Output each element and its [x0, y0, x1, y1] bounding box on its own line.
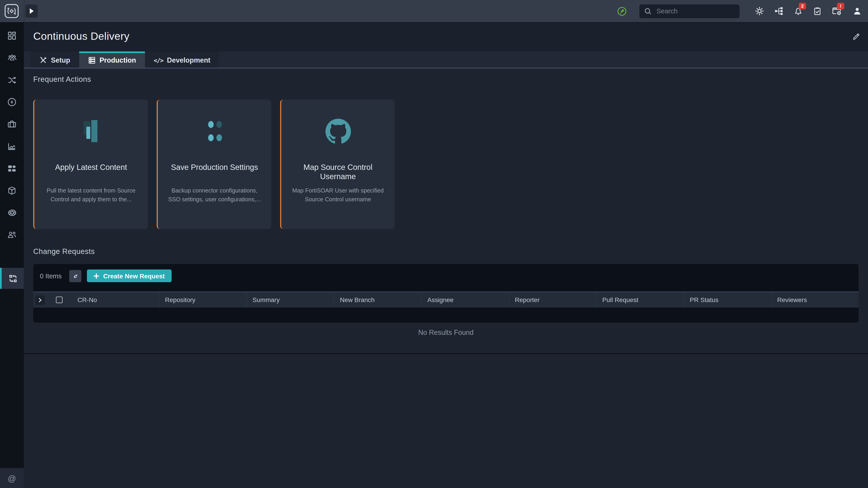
widgets-icon — [7, 164, 17, 173]
column-header: New Branch — [340, 297, 375, 303]
chart-icon — [7, 141, 17, 151]
select-all-checkbox[interactable] — [56, 297, 62, 303]
topbar-right-cluster: 2 — [617, 0, 862, 22]
expand-rows-button[interactable] — [35, 295, 45, 305]
health-plug-icon[interactable] — [617, 6, 627, 16]
search-icon — [645, 7, 652, 15]
sidebar-item-solution-packs[interactable] — [0, 179, 24, 201]
sidebar-item-people[interactable] — [0, 223, 24, 246]
page-title: Continuous Delivery — [33, 31, 129, 43]
card-description: Pull the latest content from Source Cont… — [41, 186, 141, 204]
column-header: Repository — [165, 297, 195, 303]
user-icon — [853, 6, 862, 15]
notifications-badge: 2 — [799, 3, 806, 9]
column-header-cell[interactable]: Pull Request — [596, 292, 684, 308]
change-requests-panel: 0 Items Create New Reque — [33, 264, 859, 323]
card-title: Map Source Control Username — [288, 163, 388, 185]
expand-sidebar-icon — [29, 8, 34, 14]
tab-label: Development — [167, 57, 211, 64]
column-header[interactable]: CR-No — [78, 297, 97, 303]
card-save-production-settings[interactable]: Save Production Settings Backup connecto… — [157, 100, 271, 229]
search-box[interactable] — [640, 4, 740, 18]
gear-icon — [755, 6, 764, 15]
empty-results-message: No Results Found — [33, 329, 859, 336]
expand-sidebar-button[interactable] — [26, 4, 38, 18]
settings-button[interactable] — [755, 6, 764, 15]
column-header-cell[interactable]: PR Status — [684, 292, 771, 308]
system-settings-button[interactable]: ! — [832, 6, 843, 15]
table-header-first-cell: CR-No — [33, 292, 159, 308]
column-header-cell[interactable]: Reviewers — [771, 292, 859, 308]
sidebar-item-continuous-delivery[interactable] — [0, 268, 24, 289]
tab-group: Setup — [31, 52, 219, 68]
notifications-button[interactable]: 2 — [794, 6, 803, 15]
sidebar-item-queue-management[interactable] — [0, 46, 24, 69]
tab-label: Production — [99, 57, 136, 64]
refresh-icon — [72, 272, 79, 280]
sidebar-item-automation[interactable] — [0, 91, 24, 113]
sidebar-item-widgets[interactable] — [0, 157, 24, 180]
tabbar: Setup — [24, 52, 868, 69]
column-header-cell[interactable]: Summary — [246, 292, 334, 308]
change-requests-toolbar: 0 Items Create New Reque — [40, 269, 171, 282]
continuous-delivery-icon — [8, 273, 18, 283]
card-title: Save Production Settings — [171, 163, 258, 185]
topbar: 2 — [0, 0, 868, 22]
column-header: Summary — [252, 297, 280, 303]
mentions-icon[interactable]: @ — [8, 473, 16, 483]
column-header: Assignee — [428, 297, 454, 303]
tab-production[interactable]: Production — [79, 52, 145, 68]
column-header-cell[interactable]: Repository — [159, 292, 246, 308]
page-header: Continuous Delivery — [24, 22, 868, 52]
tasks-button[interactable] — [813, 6, 822, 15]
search-input[interactable] — [656, 7, 728, 15]
sidebar-item-playbooks[interactable] — [0, 69, 24, 91]
hierarchy-button[interactable] — [774, 6, 783, 15]
tab-development[interactable]: </> Development — [145, 52, 219, 68]
tab-label: Setup — [51, 57, 70, 64]
change-requests-heading: Change Requests — [33, 248, 95, 256]
column-header-cell[interactable]: Reporter — [509, 292, 596, 308]
column-header: Pull Request — [602, 297, 638, 303]
content-bars-icon — [81, 114, 101, 148]
refresh-button[interactable] — [69, 270, 82, 282]
shuffle-icon — [7, 75, 17, 85]
app-logo[interactable] — [4, 4, 19, 18]
table-empty-body — [33, 308, 859, 323]
frequent-actions-cards: Apply Latest Content Pull the latest con… — [33, 100, 395, 229]
column-header-cell[interactable]: Assignee — [421, 292, 509, 308]
tab-setup[interactable]: Setup — [31, 52, 79, 68]
card-apply-latest-content[interactable]: Apply Latest Content Pull the latest con… — [33, 100, 148, 229]
dashboard-icon — [7, 31, 17, 40]
plus-icon — [94, 273, 99, 279]
card-map-source-control-username[interactable]: Map Source Control Username Map FortiSOA… — [280, 100, 395, 229]
people-icon — [7, 230, 17, 239]
pencil-icon — [852, 33, 860, 41]
briefcase-icon — [7, 119, 17, 129]
create-new-request-button[interactable]: Create New Request — [87, 269, 171, 282]
sidebar-item-dashboard[interactable] — [0, 24, 24, 46]
sidebar-item-connectors[interactable] — [0, 201, 24, 223]
user-menu-button[interactable] — [853, 6, 862, 15]
sitemap-icon — [774, 6, 783, 15]
column-header: Reporter — [515, 297, 540, 303]
card-description: Backup connector configurations, SSO set… — [165, 186, 264, 204]
card-description: Map FortiSOAR User with specified Source… — [288, 186, 388, 204]
card-title: Apply Latest Content — [55, 163, 127, 185]
section-divider — [24, 353, 868, 354]
sidebar-item-war-rooms[interactable] — [0, 113, 24, 135]
github-icon — [325, 114, 351, 148]
column-header: Reviewers — [777, 297, 807, 303]
content: Frequent Actions Apply Latest Content Pu… — [24, 69, 868, 488]
queue-management-icon — [7, 53, 17, 62]
wheel-icon — [7, 208, 17, 217]
lightning-circle-icon — [7, 97, 17, 107]
topbar-separator — [24, 0, 24, 22]
items-count: 0 Items — [40, 272, 61, 280]
edit-page-button[interactable] — [852, 33, 860, 41]
column-header-cell[interactable]: New Branch — [334, 292, 421, 308]
sidebar-item-reports[interactable] — [0, 135, 24, 157]
system-alert-badge: ! — [837, 3, 844, 9]
sidebar-footer: @ — [0, 468, 24, 488]
servers-icon — [88, 57, 96, 64]
